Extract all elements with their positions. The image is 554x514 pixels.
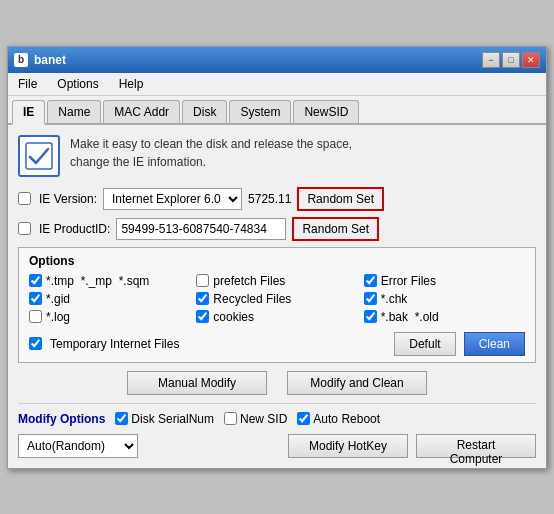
ie-version-select[interactable]: Internet Explorer 6.0 Internet Explorer … [103, 188, 242, 210]
modify-options-label: Modify Options [18, 412, 105, 426]
tab-ie[interactable]: IE [12, 100, 45, 125]
defult-button[interactable]: Defult [394, 332, 455, 356]
minimize-button[interactable]: − [482, 52, 500, 68]
info-description: Make it easy to clean the disk and relea… [70, 135, 352, 171]
bottom-bar: Auto(Random) Manual Modify HotKey Restar… [18, 434, 536, 458]
option-prefetch-checkbox[interactable] [196, 274, 209, 287]
clean-button[interactable]: Clean [464, 332, 525, 356]
manual-modify-button[interactable]: Manual Modify [127, 371, 267, 395]
disk-serial-label: Disk SerialNum [131, 412, 214, 426]
new-sid-checkbox[interactable] [224, 412, 237, 425]
info-section: Make it easy to clean the disk and relea… [18, 135, 536, 177]
option-log-checkbox[interactable] [29, 310, 42, 323]
ie-version-label: IE Version: [39, 192, 97, 206]
menu-options[interactable]: Options [51, 75, 104, 93]
close-button[interactable]: ✕ [522, 52, 540, 68]
new-sid-label: New SID [240, 412, 287, 426]
modify-and-clean-button[interactable]: Modify and Clean [287, 371, 427, 395]
option-recycled-checkbox[interactable] [196, 292, 209, 305]
ie-productid-label: IE ProductID: [39, 222, 110, 236]
ie-productid-checkbox[interactable] [18, 222, 31, 235]
option-error: Error Files [364, 274, 525, 288]
ie-productid-row: IE ProductID: Random Set [18, 217, 536, 241]
ie-productid-input[interactable] [116, 218, 286, 240]
option-bak: *.bak *.old [364, 310, 525, 324]
window-title: banet [34, 53, 66, 67]
info-icon [18, 135, 60, 177]
option-tmp: *.tmp *._mp *.sqm [29, 274, 190, 288]
option-cookies-checkbox[interactable] [196, 310, 209, 323]
menu-file[interactable]: File [12, 75, 43, 93]
option-error-checkbox[interactable] [364, 274, 377, 287]
temp-internet-files-checkbox[interactable] [29, 337, 42, 350]
auto-reboot-option: Auto Reboot [297, 412, 380, 426]
title-buttons: − □ ✕ [482, 52, 540, 68]
main-window: b banet − □ ✕ File Options Help IE Name … [7, 46, 547, 469]
app-icon: b [14, 53, 28, 67]
option-bak-checkbox[interactable] [364, 310, 377, 323]
auto-reboot-label: Auto Reboot [313, 412, 380, 426]
tab-disk[interactable]: Disk [182, 100, 227, 123]
title-bar: b banet − □ ✕ [8, 47, 546, 73]
modify-options-section: Modify Options Disk SerialNum New SID Au… [18, 403, 536, 426]
option-gid-checkbox[interactable] [29, 292, 42, 305]
menu-bar: File Options Help [8, 73, 546, 96]
tab-mac-addr[interactable]: MAC Addr [103, 100, 180, 123]
menu-help[interactable]: Help [113, 75, 150, 93]
bottom-actions: Manual Modify Modify and Clean [18, 371, 536, 395]
options-grid: *.tmp *._mp *.sqm prefetch Files Error F… [29, 274, 525, 324]
tab-newsid[interactable]: NewSID [293, 100, 359, 123]
ie-version-checkbox[interactable] [18, 192, 31, 205]
option-prefetch: prefetch Files [196, 274, 357, 288]
ie-version-row: IE Version: Internet Explorer 6.0 Intern… [18, 187, 536, 211]
tab-bar: IE Name MAC Addr Disk System NewSID [8, 96, 546, 125]
disk-serial-checkbox[interactable] [115, 412, 128, 425]
option-log: *.log [29, 310, 190, 324]
main-content: Make it easy to clean the disk and relea… [8, 125, 546, 468]
ie-version-random-button[interactable]: Random Set [297, 187, 384, 211]
option-tmp-checkbox[interactable] [29, 274, 42, 287]
option-recycled: Recycled Files [196, 292, 357, 306]
option-cookies: cookies [196, 310, 357, 324]
options-action-row: Temporary Internet Files Defult Clean [29, 332, 525, 356]
option-chk: *.chk [364, 292, 525, 306]
disk-serial-option: Disk SerialNum [115, 412, 214, 426]
option-chk-checkbox[interactable] [364, 292, 377, 305]
auto-reboot-checkbox[interactable] [297, 412, 310, 425]
tab-name[interactable]: Name [47, 100, 101, 123]
options-title: Options [29, 254, 525, 268]
ie-version-number: 5725.11 [248, 192, 291, 206]
modify-hotkey-button[interactable]: Modify HotKey [288, 434, 408, 458]
new-sid-option: New SID [224, 412, 287, 426]
option-gid: *.gid [29, 292, 190, 306]
tab-system[interactable]: System [229, 100, 291, 123]
temp-internet-files-label: Temporary Internet Files [50, 337, 179, 351]
auto-random-dropdown[interactable]: Auto(Random) Manual [18, 434, 138, 458]
maximize-button[interactable]: □ [502, 52, 520, 68]
ie-productid-random-button[interactable]: Random Set [292, 217, 379, 241]
title-bar-left: b banet [14, 53, 66, 67]
options-group: Options *.tmp *._mp *.sqm prefetch Files… [18, 247, 536, 363]
restart-computer-button[interactable]: Restart Computer [416, 434, 536, 458]
